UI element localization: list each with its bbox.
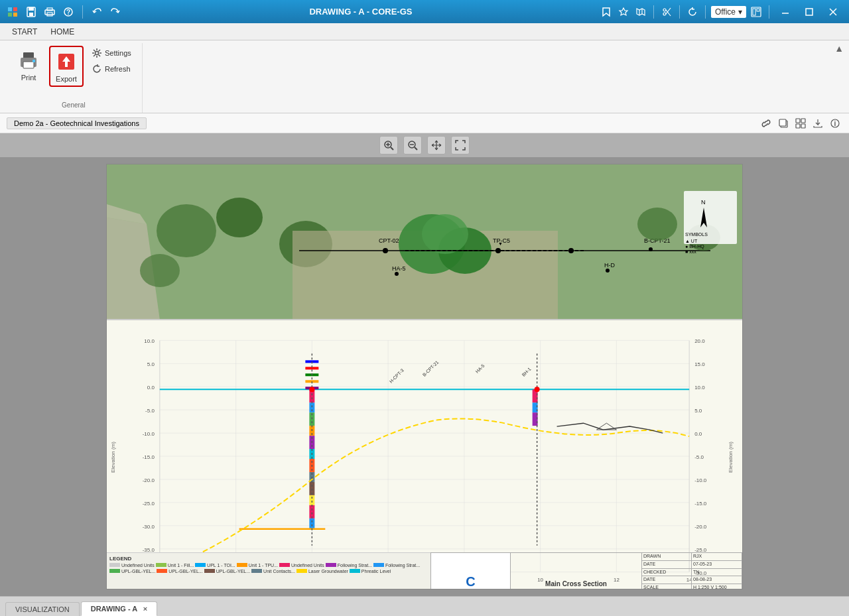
ribbon-items: Print Export	[12, 46, 135, 97]
sep2	[653, 5, 654, 19]
svg-rect-28	[23, 62, 34, 68]
office-dropdown[interactable]: Office ▾	[711, 6, 746, 18]
link-icon[interactable]	[759, 116, 773, 131]
sep3	[679, 5, 680, 19]
svg-text:H-D: H-D	[604, 262, 615, 269]
svg-text:-15.0: -15.0	[694, 501, 707, 507]
svg-text:10.0: 10.0	[144, 338, 155, 344]
svg-text:-5.0: -5.0	[145, 408, 155, 414]
refresh-titlebar-icon[interactable]	[685, 5, 700, 19]
svg-rect-152	[309, 519, 314, 528]
project-name: Demo 2a - Geotechnical Investigations	[7, 117, 147, 129]
svg-text:-20.0: -20.0	[694, 524, 707, 530]
svg-point-165	[535, 387, 540, 392]
svg-text:0.0: 0.0	[147, 385, 155, 391]
print-button[interactable]: Print	[12, 46, 45, 84]
bookmark-icon[interactable]	[599, 5, 614, 19]
export-label: Export	[56, 75, 77, 83]
svg-text:▼: ▼	[498, 241, 503, 246]
ribbon-small-buttons: Settings Refresh	[88, 46, 135, 76]
print-titlebar-icon[interactable]	[42, 5, 57, 19]
settings-label: Settings	[105, 49, 131, 57]
tab-close-button[interactable]: ×	[143, 605, 147, 613]
info-icon[interactable]: i	[828, 116, 842, 131]
refresh-button[interactable]: Refresh	[88, 62, 135, 76]
grid-icon[interactable]	[793, 116, 808, 131]
minimize-button[interactable]	[775, 5, 796, 19]
settings-icon	[92, 48, 102, 58]
svg-rect-29	[33, 60, 35, 62]
office-label: Office	[715, 7, 736, 17]
titlebar: ? DRAWING - A - CORE-GS Office	[0, 0, 849, 23]
download-icon[interactable]	[811, 116, 825, 131]
svg-rect-6	[29, 13, 33, 16]
export-icon	[54, 50, 78, 74]
svg-line-46	[415, 147, 417, 150]
svg-point-164	[309, 387, 314, 392]
svg-text:10.0: 10.0	[694, 385, 705, 391]
print-icon	[17, 48, 40, 72]
svg-text:5.0: 5.0	[147, 361, 155, 367]
svg-point-69	[395, 272, 399, 276]
close-button[interactable]	[822, 5, 844, 19]
svg-text:5.0: 5.0	[694, 408, 702, 414]
menu-home[interactable]: HOME	[44, 25, 81, 39]
svg-text:i: i	[834, 120, 836, 127]
drawing-area[interactable]: CPT-02 TP-C5 ▼ B-CPT-21 HA-5 H-D	[106, 164, 743, 589]
svg-point-71	[606, 269, 610, 273]
drawing-toolbar	[0, 133, 849, 157]
copy-icon[interactable]	[776, 116, 791, 131]
settings-button[interactable]: Settings	[88, 46, 135, 60]
unknown-icon[interactable]: ?	[61, 5, 76, 19]
svg-text:SYMBOLS: SYMBOLS	[685, 232, 708, 237]
refresh-label: Refresh	[105, 65, 131, 73]
svg-rect-0	[8, 7, 12, 11]
general-group-label: General	[62, 100, 86, 110]
svg-point-15	[663, 9, 666, 11]
main-area: CPT-02 TP-C5 ▼ B-CPT-21 HA-5 H-D	[0, 133, 849, 596]
menubar: START HOME	[0, 23, 849, 40]
pan-tool[interactable]	[427, 136, 446, 154]
svg-text:0.0: 0.0	[694, 431, 702, 437]
svg-text:15.0: 15.0	[694, 361, 705, 367]
svg-rect-3	[13, 13, 17, 17]
bottom-tabs: VISUALIZATION DRAWING - A ×	[0, 596, 849, 616]
svg-rect-20	[753, 9, 755, 15]
layout-icon[interactable]	[749, 5, 763, 19]
tab-visualization[interactable]: VISUALIZATION	[5, 602, 80, 616]
svg-text:-15.0: -15.0	[143, 454, 155, 460]
svg-point-60	[383, 248, 388, 253]
save-icon[interactable]	[24, 5, 38, 19]
svg-text:▲ UT: ▲ UT	[685, 239, 698, 243]
svg-point-72	[637, 208, 677, 241]
zoom-area-tool[interactable]	[403, 136, 422, 154]
print-label: Print	[21, 74, 36, 82]
collapse-ribbon[interactable]: ▲	[834, 43, 844, 54]
svg-text:20.0: 20.0	[694, 338, 705, 344]
maximize-button[interactable]	[799, 5, 820, 19]
svg-marker-12	[620, 8, 627, 15]
svg-rect-23	[806, 9, 813, 15]
svg-text:HA-5: HA-5	[392, 265, 406, 272]
export-button[interactable]: Export	[49, 46, 84, 87]
svg-text:-25.0: -25.0	[143, 501, 155, 507]
map-icon[interactable]	[633, 5, 648, 19]
project-icons: i	[759, 116, 842, 131]
svg-text:-30.0: -30.0	[143, 524, 155, 530]
sep4	[705, 5, 706, 19]
svg-text:-10.0: -10.0	[694, 477, 707, 483]
zoom-in-tool[interactable]	[379, 136, 398, 154]
undo-icon[interactable]	[90, 5, 104, 19]
svg-rect-35	[796, 119, 800, 123]
tab-drawing-a[interactable]: DRAWING - A ×	[81, 601, 158, 616]
svg-line-42	[391, 147, 393, 150]
scissors-icon[interactable]	[659, 5, 674, 19]
svg-rect-5	[29, 7, 34, 11]
separator	[82, 5, 83, 19]
star-icon[interactable]	[616, 5, 631, 19]
menu-start[interactable]: START	[5, 25, 44, 39]
fullscreen-tool[interactable]	[451, 136, 470, 154]
svg-point-16	[663, 13, 666, 15]
app-icon[interactable]	[5, 5, 20, 19]
redo-icon[interactable]	[108, 5, 123, 19]
